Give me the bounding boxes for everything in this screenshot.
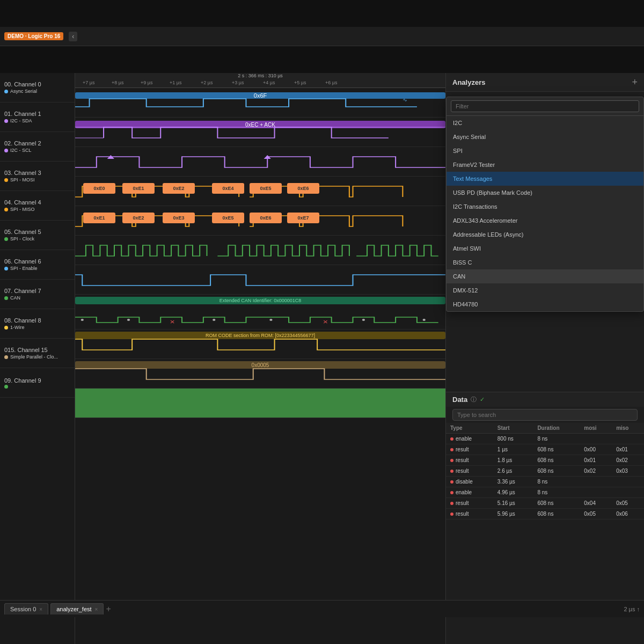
waveform-row-06: [75, 265, 445, 295]
channel-item-09: 09. Channel 9: [0, 368, 75, 398]
channel-sub-05: SPI - Clock: [4, 236, 70, 241]
analyzers-header: Analyzers +: [446, 73, 644, 92]
waveform-row-05: [75, 236, 445, 265]
channel-color-06: [4, 267, 8, 270]
dropdown-item-atmel-swi[interactable]: Atmel SWI: [447, 241, 643, 255]
dropdown-item-i2c-transactions[interactable]: I2C Transactions: [447, 200, 643, 214]
wave-label-09: [75, 389, 445, 418]
chip-03-3: 0xE4: [212, 183, 244, 194]
table-row: result 1.8 µs 608 ns 0x01 0x02: [446, 455, 644, 466]
cell-start: 1.8 µs: [493, 455, 533, 466]
waveform-row-02: [75, 147, 445, 177]
time-label-6: +4 µs: [263, 80, 275, 85]
dropdown-item-async-serial[interactable]: Async Serial: [447, 130, 643, 144]
channel-name-00: 00. Channel 0: [4, 81, 70, 87]
dropdown-item-text-messages[interactable]: Text Messages: [447, 172, 643, 186]
dropdown-item-framev2[interactable]: FrameV2 Tester: [447, 158, 643, 172]
waveform-row-01: 0xEC + ACK: [75, 118, 445, 147]
channel-sub-03: SPI - MOSI: [4, 177, 70, 182]
cell-type: enable: [446, 434, 493, 444]
channel-item-08: 08. Channel 8 1-Wire: [0, 309, 75, 339]
col-mosi: mosi: [580, 423, 612, 434]
channel-color-03: [4, 178, 8, 182]
channel-sub-01: I2C - SDA: [4, 118, 70, 123]
dropdown-item-adxl343[interactable]: ADXL343 Accelerometer: [447, 214, 643, 228]
dropdown-item-dmx512[interactable]: DMX-512: [447, 283, 643, 297]
tab-analyzer-fest[interactable]: analyzer_fest ×: [50, 603, 104, 614]
cell-start: 5.96 µs: [493, 509, 533, 519]
cell-miso: [612, 487, 644, 498]
waveform-row-07: Extended CAN Identifier: 0x000001C8 × ×: [75, 295, 445, 330]
channel-color-05: [4, 237, 8, 241]
filter-input[interactable]: [451, 100, 639, 112]
waveform-row-08: ROM CODE section from ROM: [0x2233445566…: [75, 330, 445, 359]
channel-name-09: 09. Channel 9: [4, 377, 70, 384]
cell-duration: 608 ns: [533, 444, 580, 455]
col-miso: miso: [612, 423, 644, 434]
channel-name-15: 015. Channel 15: [4, 347, 70, 353]
cell-miso: 0x06: [612, 509, 644, 519]
table-row: disable 3.36 µs 8 ns: [446, 477, 644, 487]
table-row: enable 800 ns 8 ns: [446, 434, 644, 444]
filter-row: [447, 97, 643, 116]
channel-item-07: 07. Channel 7 CAN: [0, 280, 75, 309]
cell-mosi: 0x01: [580, 455, 612, 466]
dropdown-item-can[interactable]: CAN: [447, 269, 643, 283]
timeline-area: 2 s : 366 ms : 310 µs +7 µs +8 µs +9 µs …: [75, 73, 445, 644]
channel-sub-06: SPI - Enable: [4, 266, 70, 271]
channel-color-15: [4, 355, 8, 359]
cell-miso: 0x01: [612, 444, 644, 455]
cell-start: 2.6 µs: [493, 466, 533, 477]
tab-add-button[interactable]: +: [106, 604, 111, 614]
collapse-button[interactable]: ‹: [69, 32, 77, 41]
channel-name-08: 08. Channel 8: [4, 317, 70, 324]
add-analyzer-button[interactable]: +: [632, 77, 638, 87]
main-wrapper: DEMO · Logic Pro 16 ‹ 00. Channel 0 Asyn…: [0, 0, 644, 644]
svg-text:×: ×: [170, 318, 174, 326]
channel-color-09: [4, 385, 8, 389]
channel-sub-15: Simple Parallel - Clo...: [4, 354, 70, 360]
waveform-svg-07: × ×: [75, 295, 445, 330]
cell-miso: [612, 434, 644, 444]
col-type: Type: [446, 423, 493, 434]
waveform-row-04: 0xE1 0xE2 0xE3 0xE5 0xE6 0xE7: [75, 206, 445, 236]
channel-item-15: 015. Channel 15 Simple Parallel - Clo...: [0, 339, 75, 368]
dropdown-item-addressable-leds[interactable]: Addressable LEDs (Async): [447, 228, 643, 241]
channel-sub-08: 1-Wire: [4, 325, 70, 330]
channel-color-01: [4, 119, 8, 123]
time-label-5: +3 µs: [232, 80, 244, 85]
channel-item-01: 01. Channel 1 I2C - SDA: [0, 103, 75, 132]
channel-name-06: 06. Channel 6: [4, 258, 70, 265]
data-search-input[interactable]: [452, 409, 638, 421]
dropdown-item-hd44780[interactable]: HD44780: [447, 297, 643, 311]
tab-session0[interactable]: Session 0 ×: [4, 603, 48, 614]
chip-04-2: 0xE3: [163, 213, 195, 223]
time-label-1: +8 µs: [112, 80, 123, 85]
cell-miso: [612, 477, 644, 487]
table-row: result 5.16 µs 608 ns 0x04 0x05: [446, 498, 644, 509]
dropdown-item-usb-pd[interactable]: USB PD (Biphase Mark Code): [447, 186, 643, 200]
dropdown-item-biss-c[interactable]: BiSS C: [447, 255, 643, 269]
svg-point-7: [81, 319, 84, 321]
waveform-row-03: 0xE0 0xE1 0xE2 0xE4 0xE5 0xE6: [75, 177, 445, 206]
right-panel: Analyzers + Async Serial ✓ I2C ✓ SPI: [445, 73, 644, 644]
dropdown-item-i2c[interactable]: I2C: [447, 116, 643, 130]
cell-miso: 0x02: [612, 455, 644, 466]
tab-analyzer-fest-close[interactable]: ×: [95, 606, 98, 612]
chip-03-1: 0xE1: [122, 183, 155, 194]
dropdown-item-spi[interactable]: SPI: [447, 144, 643, 158]
col-duration: Duration: [533, 423, 580, 434]
cell-duration: 608 ns: [533, 498, 580, 509]
table-row: result 2.6 µs 608 ns 0x02 0x03: [446, 466, 644, 477]
table-row: result 1 µs 608 ns 0x00 0x01: [446, 444, 644, 455]
waveform-row-15: 0x0005: [75, 359, 445, 389]
content-area: 00. Channel 0 Async Serial 01. Channel 1…: [0, 73, 644, 644]
tab-analyzer-fest-label: analyzer_fest: [56, 606, 91, 612]
chip-04-1: 0xE2: [122, 213, 155, 223]
channel-list: 00. Channel 0 Async Serial 01. Channel 1…: [0, 73, 75, 644]
channel-name-01: 01. Channel 1: [4, 111, 70, 117]
data-header: Data ⓘ ✓: [446, 392, 644, 407]
tab-session0-close[interactable]: ×: [39, 606, 42, 612]
time-label-0: +7 µs: [83, 80, 94, 85]
cell-start: 5.16 µs: [493, 498, 533, 509]
